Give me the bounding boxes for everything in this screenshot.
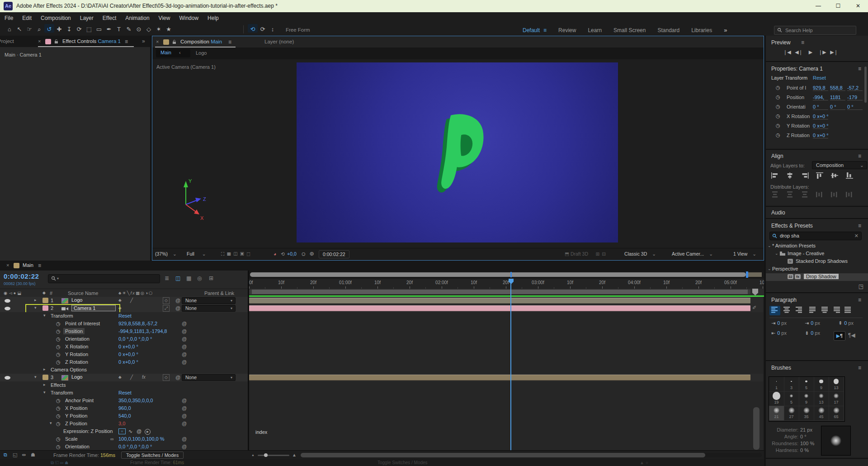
3d-layer-switch[interactable]: ◇ — [163, 374, 170, 381]
layer-duration-bar[interactable] — [249, 375, 750, 380]
label-color-swatch[interactable] — [42, 375, 48, 380]
stopwatch-icon[interactable]: ◷ — [56, 336, 61, 342]
workspace-small-screen[interactable]: Small Screen — [613, 24, 646, 33]
layer-name[interactable]: Logo — [71, 374, 82, 380]
eye-icon[interactable] — [5, 376, 10, 380]
property-value[interactable]: -994,9,1181,3,-1794,8 — [118, 328, 167, 334]
expression-graph-icon[interactable]: ∿ — [128, 428, 132, 434]
indent-right-field[interactable]: ⇤0px — [771, 330, 787, 336]
direction-ltr-button[interactable]: ▶¶ — [834, 331, 845, 341]
tab-composition[interactable]: Composition Main — [180, 39, 222, 44]
renderer-dropdown[interactable]: Classic 3D ⌄ — [624, 251, 656, 257]
property-name[interactable]: Orientation — [63, 443, 91, 450]
tab-close-icon[interactable]: × — [156, 39, 159, 44]
expression-language-icon[interactable]: ▶ — [145, 429, 151, 435]
brush-item-9[interactable]: 9 — [799, 391, 814, 406]
lock-icon[interactable] — [172, 39, 176, 45]
tab-project[interactable]: Project — [0, 38, 14, 44]
maximize-button[interactable]: ☐ — [828, 0, 848, 12]
property-row[interactable]: ◷Orientation0,0 °,0,0 °,0,0 °@ — [0, 335, 248, 343]
property-value[interactable]: 0,0 °,0,0 °,0,0 ° — [118, 336, 152, 342]
playhead-line[interactable] — [510, 283, 511, 451]
property-name[interactable]: Y Rotation — [63, 351, 90, 357]
property-row[interactable]: ◷X Position960,0@ — [0, 404, 248, 413]
property-value[interactable]: 350,0,350,0,0,0 — [118, 398, 153, 403]
group-name[interactable]: Transform — [51, 390, 73, 395]
align-b-button[interactable] — [846, 172, 861, 180]
property-value[interactable]: 540,0 — [118, 413, 131, 418]
property-value[interactable]: -57,2 — [847, 85, 863, 91]
property-value[interactable]: 0 x+0,0 ° — [118, 359, 138, 365]
free-form-label[interactable]: Free Form — [286, 27, 310, 33]
stopwatch-icon[interactable]: ◷ — [56, 321, 61, 327]
current-timecode[interactable]: 0:00:02:22 — [4, 272, 39, 280]
horizontal-scrollbar-thumb[interactable] — [301, 453, 705, 457]
pick-whip-icon[interactable]: @ — [182, 398, 187, 403]
pick-whip-icon[interactable]: @ — [182, 321, 187, 326]
paragraph-align-justify-last-center-button[interactable] — [819, 306, 830, 315]
subtab-logo[interactable]: Logo — [196, 50, 207, 56]
label-color-swatch[interactable] — [42, 305, 48, 311]
stopwatch-icon[interactable]: ◷ — [776, 104, 780, 109]
property-row[interactable]: ◷Point of Interest929,8,558,8,-57,2@ — [0, 320, 248, 328]
effects-tree-label[interactable]: Drop Shadow — [804, 274, 839, 279]
viewer-timecode[interactable]: 0:00:02:22 — [319, 250, 349, 258]
menu-effect[interactable]: Effect — [98, 12, 121, 21]
timeline-tab-main[interactable]: Main — [23, 262, 33, 268]
stopwatch-icon[interactable]: ◷ — [56, 398, 61, 404]
home-tool[interactable]: ⌂ — [5, 24, 14, 33]
eraser-tool[interactable]: ◇ — [144, 24, 154, 33]
property-row[interactable]: ◷Anchor Point350,0,350,0,0,0@ — [0, 397, 248, 405]
label-swatch[interactable] — [14, 263, 19, 268]
indent-left-field[interactable]: ⇥0px — [771, 320, 787, 326]
expression-enable-icon[interactable]: = — [118, 428, 126, 434]
group-row[interactable]: ▸Camera Options — [0, 366, 248, 374]
workspace-menu-icon[interactable]: ≡ — [543, 27, 547, 33]
pan-gizmo-tool[interactable]: ⟳ — [258, 24, 268, 33]
work-area-end-handle[interactable] — [748, 290, 750, 294]
work-area-bar[interactable] — [249, 290, 750, 294]
menu-view[interactable]: View — [154, 12, 175, 21]
stopwatch-icon[interactable]: ◷ — [56, 352, 61, 357]
property-row[interactable]: ◷Y Position540,0@ — [0, 412, 248, 420]
panel-menu-icon[interactable]: ≡ — [858, 66, 861, 72]
previous-frame-button[interactable]: ◀❘ — [793, 49, 805, 55]
reset-link[interactable]: Reset — [118, 313, 132, 319]
expression-pick-whip-icon[interactable]: @ — [137, 428, 142, 434]
effects-tree-item[interactable]: ⌄* Animation Presets — [766, 243, 868, 250]
align-layers-to-dropdown[interactable]: Composition⌄ — [812, 161, 867, 169]
stopwatch-icon[interactable]: ◷ — [776, 123, 780, 128]
property-value[interactable]: 929,8 — [813, 85, 828, 91]
effects-tree-label[interactable]: Perspective — [772, 266, 798, 271]
channel-icon[interactable]: ◕ — [274, 251, 276, 257]
brush-item-5[interactable]: 5 — [799, 377, 814, 392]
draft-3d-icon[interactable]: ◫ — [175, 275, 180, 281]
parent-pick-whip-icon[interactable]: @ — [175, 375, 180, 380]
property-row[interactable]: ◷X Rotation0 x+0,0 °@ — [0, 343, 248, 351]
expand-in-out-icon[interactable]: ⇹ — [22, 452, 26, 458]
show-snapshot-icon[interactable]: ⴲ — [310, 251, 314, 257]
reset-link[interactable]: Reset — [118, 390, 132, 395]
label-swatch[interactable] — [163, 39, 169, 45]
group-row[interactable]: ▾TransformReset — [0, 389, 248, 397]
menu-layer[interactable]: Layer — [75, 12, 98, 21]
brush-item-3[interactable]: 3 — [784, 377, 799, 392]
zoom-tool[interactable]: ⌕ — [34, 24, 44, 33]
align-r-button[interactable] — [801, 172, 816, 180]
twirl-icon[interactable]: ▾ — [34, 375, 37, 379]
indent-value[interactable]: 0 — [811, 330, 813, 336]
property-value[interactable]: 558,8 — [830, 85, 845, 91]
hand-tool[interactable]: ☞ — [24, 24, 34, 33]
first-frame-button[interactable]: ❘◀ — [781, 49, 793, 55]
last-frame-button[interactable]: ▶❘ — [828, 49, 840, 55]
group-name[interactable]: Effects — [51, 382, 66, 388]
pick-whip-icon[interactable]: @ — [182, 352, 187, 357]
brush-tool[interactable]: ✎ — [124, 24, 134, 33]
constrain-proportions-icon[interactable]: ∞ — [110, 436, 114, 442]
parent-link-dropdown[interactable]: None▾ — [182, 305, 236, 312]
property-name[interactable]: X Position — [63, 405, 90, 411]
tab-close-icon[interactable]: × — [6, 262, 9, 268]
layer-duration-bar[interactable] — [249, 298, 750, 304]
space-after-field[interactable]: ⇟0px — [805, 330, 820, 336]
draft-3d-toggle[interactable]: ⬒ Draft 3D — [565, 251, 588, 257]
